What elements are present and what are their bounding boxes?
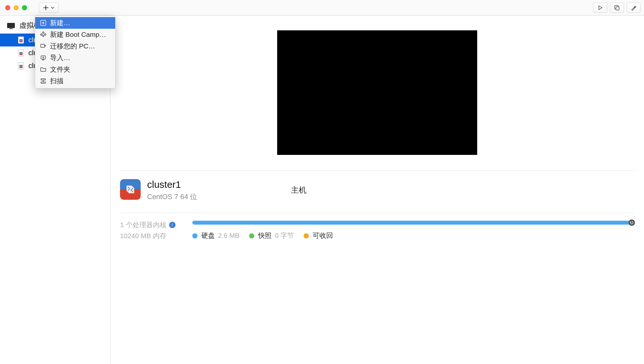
add-dropdown-menu: 新建… 新建 Boot Camp… 迁移您的 PC… 导入… 文件夹 扫描 xyxy=(35,15,116,88)
minimize-button[interactable] xyxy=(14,5,19,10)
wrench-icon xyxy=(631,5,637,11)
usage-section: 硬盘 2.6 MB 快照 0 字节 可收回 xyxy=(192,221,634,240)
menu-item-label: 文件夹 xyxy=(50,65,70,74)
disk-usage-bar[interactable] xyxy=(192,221,634,225)
vm-name: cluster1 xyxy=(147,179,197,190)
legend-disk-value: 2.6 MB xyxy=(218,232,240,239)
toolbar-right xyxy=(593,3,641,13)
close-button[interactable] xyxy=(5,5,10,10)
play-button[interactable] xyxy=(593,3,607,13)
svg-rect-3 xyxy=(41,44,45,47)
cpu-line: 1 个处理器内核 xyxy=(120,219,166,230)
snapshot-icon xyxy=(614,5,620,11)
plus-icon xyxy=(43,5,49,11)
menu-item-label: 扫描 xyxy=(50,76,64,86)
legend-disk-label: 硬盘 xyxy=(201,232,215,239)
window-controls xyxy=(5,5,27,10)
folder-icon xyxy=(40,66,47,73)
legend-disk: 硬盘 2.6 MB xyxy=(192,231,239,240)
play-icon xyxy=(598,5,603,10)
menu-item-label: 新建 Boot Camp… xyxy=(50,30,106,39)
vm-library-icon xyxy=(7,23,15,28)
dot-green-icon xyxy=(249,233,254,238)
dot-orange-icon xyxy=(304,233,309,238)
divider xyxy=(120,213,634,213)
host-label: 主机 xyxy=(291,185,307,195)
usage-legend: 硬盘 2.6 MB 快照 0 字节 可收回 xyxy=(192,231,634,240)
memory-line: 10240 MB 内存 xyxy=(120,230,185,241)
divider xyxy=(120,170,634,171)
spec-summary: 1 个处理器内核 i 10240 MB 内存 xyxy=(120,219,185,241)
menu-item-new[interactable]: 新建… xyxy=(35,17,115,29)
menu-item-migrate[interactable]: 迁移您的 PC… xyxy=(35,40,115,52)
refresh-icon[interactable] xyxy=(629,219,635,226)
vm-file-icon xyxy=(18,49,24,56)
vm-meta: cluster1 CentOS 7 64 位 xyxy=(147,179,197,202)
vm-screen-preview[interactable] xyxy=(277,30,477,155)
add-vm-button[interactable] xyxy=(39,3,59,13)
legend-reclaim-label: 可收回 xyxy=(313,232,333,239)
legend-reclaim: 可收回 xyxy=(304,231,333,240)
scan-icon xyxy=(40,77,47,85)
chevron-down-icon xyxy=(51,6,55,10)
menu-item-bootcamp[interactable]: 新建 Boot Camp… xyxy=(35,29,115,40)
settings-button[interactable] xyxy=(627,3,641,13)
legend-snapshot-label: 快照 xyxy=(258,232,272,239)
menu-item-import[interactable]: 导入… xyxy=(35,52,115,64)
menu-item-scan[interactable]: 扫描 xyxy=(35,75,115,87)
maximize-button[interactable] xyxy=(22,5,27,10)
import-icon xyxy=(40,54,47,61)
menu-item-label: 导入… xyxy=(50,53,70,62)
svg-rect-1 xyxy=(616,7,619,10)
vmware-app-icon xyxy=(120,179,141,200)
svg-rect-5 xyxy=(41,79,45,80)
snapshot-button[interactable] xyxy=(610,3,624,13)
menu-item-folder[interactable]: 文件夹 xyxy=(35,64,115,75)
legend-snapshot: 快照 0 字节 xyxy=(249,231,294,240)
vm-file-icon xyxy=(18,36,24,44)
main-panel: cluster1 CentOS 7 64 位 主机 1 个处理器内核 i 102… xyxy=(110,15,644,364)
toolbar xyxy=(0,0,644,15)
stats-row: 1 个处理器内核 i 10240 MB 内存 硬盘 2.6 MB xyxy=(120,219,634,241)
info-icon[interactable]: i xyxy=(169,222,176,228)
diamond-grid-icon xyxy=(40,31,47,38)
dot-blue-icon xyxy=(192,233,197,238)
menu-item-label: 新建… xyxy=(50,18,70,27)
plus-box-icon xyxy=(40,19,47,26)
vm-os: CentOS 7 64 位 xyxy=(147,192,197,202)
vm-headline: cluster1 CentOS 7 64 位 主机 xyxy=(120,179,634,202)
legend-snapshot-value: 0 字节 xyxy=(275,232,294,239)
migrate-icon xyxy=(40,43,47,50)
svg-rect-6 xyxy=(41,82,45,83)
menu-item-label: 迁移您的 PC… xyxy=(50,42,95,51)
vm-file-icon xyxy=(18,62,24,69)
